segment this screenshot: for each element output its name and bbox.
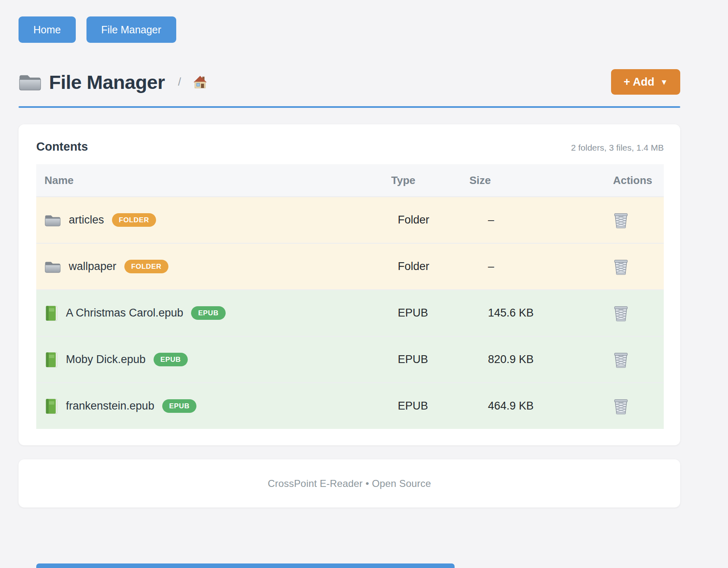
trash-icon <box>613 317 629 324</box>
size-cell: – <box>469 214 585 226</box>
type-badge: EPUB <box>162 399 197 413</box>
file-name: articles <box>69 214 104 226</box>
breadcrumb-separator: / <box>178 76 181 88</box>
trash-icon <box>613 271 629 277</box>
file-manager-button[interactable]: File Manager <box>86 16 176 43</box>
contents-summary: 2 folders, 3 files, 1.4 MB <box>571 143 664 153</box>
table-row[interactable]: Moby Dick.epub EPUB EPUB 820.9 KB <box>36 336 664 382</box>
folder-icon <box>44 214 61 227</box>
home-button[interactable]: Home <box>19 16 76 43</box>
type-badge: FOLDER <box>112 213 156 227</box>
files-table: Name Type Size Actions articles FOLDER F… <box>36 164 664 429</box>
file-name-link[interactable]: Moby Dick.epub EPUB <box>44 352 188 368</box>
column-header-name: Name <box>36 174 391 187</box>
delete-button[interactable] <box>611 210 631 231</box>
file-name: frankenstein.epub <box>66 400 154 412</box>
table-row[interactable]: wallpaper FOLDER Folder – <box>36 243 664 289</box>
column-header-type: Type <box>391 174 469 187</box>
table-header-row: Name Type Size Actions <box>36 164 664 196</box>
footer: CrossPoint E-Reader • Open Source <box>19 459 680 507</box>
page-content: Home File Manager File Manager / + Add ▼… <box>19 0 680 507</box>
table-row[interactable]: frankenstein.epub EPUB EPUB 464.9 KB <box>36 382 664 429</box>
book-icon <box>44 352 58 368</box>
type-badge: FOLDER <box>124 260 168 273</box>
header-divider <box>19 106 680 108</box>
file-name-link[interactable]: frankenstein.epub EPUB <box>44 398 196 414</box>
trash-icon <box>613 224 629 230</box>
file-name-link[interactable]: wallpaper FOLDER <box>44 260 168 273</box>
size-cell: 464.9 KB <box>469 400 585 412</box>
trash-icon <box>613 410 629 417</box>
type-cell: EPUB <box>391 400 469 412</box>
add-button[interactable]: + Add ▼ <box>611 69 680 95</box>
book-icon <box>44 305 58 321</box>
table-body: articles FOLDER Folder – wallpaper FOLDE… <box>36 196 664 429</box>
trash-icon <box>613 364 629 370</box>
file-name-link[interactable]: A Christmas Carol.epub EPUB <box>44 305 226 321</box>
add-button-label: + Add <box>623 76 654 88</box>
type-cell: Folder <box>391 260 469 273</box>
delete-button[interactable] <box>611 303 631 324</box>
type-badge: EPUB <box>154 353 188 366</box>
file-name: wallpaper <box>69 260 117 273</box>
size-cell: 820.9 KB <box>469 353 585 366</box>
file-name: Moby Dick.epub <box>66 353 146 366</box>
contents-heading: Contents <box>36 140 571 154</box>
delete-button[interactable] <box>611 256 631 277</box>
caret-down-icon: ▼ <box>660 78 668 87</box>
size-cell: – <box>469 260 585 273</box>
delete-button[interactable] <box>611 396 631 417</box>
table-row[interactable]: A Christmas Carol.epub EPUB EPUB 145.6 K… <box>36 289 664 336</box>
footer-text: CrossPoint E-Reader • Open Source <box>268 478 431 489</box>
file-name-link[interactable]: articles FOLDER <box>44 213 156 227</box>
top-nav: Home File Manager <box>19 0 680 43</box>
folder-icon <box>19 73 42 91</box>
column-header-actions: Actions <box>585 174 664 187</box>
type-badge: EPUB <box>191 306 226 320</box>
table-row[interactable]: articles FOLDER Folder – <box>36 196 664 243</box>
contents-card: Contents 2 folders, 3 files, 1.4 MB Name… <box>19 124 680 445</box>
page-title: File Manager <box>49 71 165 93</box>
column-header-size: Size <box>469 174 585 187</box>
bottom-partial-button[interactable] <box>36 563 455 568</box>
folder-icon <box>44 260 61 273</box>
file-name: A Christmas Carol.epub <box>66 307 183 319</box>
delete-button[interactable] <box>611 349 631 370</box>
breadcrumb-house-icon[interactable] <box>193 75 208 89</box>
type-cell: EPUB <box>391 353 469 366</box>
book-icon <box>44 398 58 414</box>
type-cell: Folder <box>391 214 469 226</box>
size-cell: 145.6 KB <box>469 307 585 319</box>
type-cell: EPUB <box>391 307 469 319</box>
page-header: File Manager / + Add ▼ <box>19 69 680 95</box>
